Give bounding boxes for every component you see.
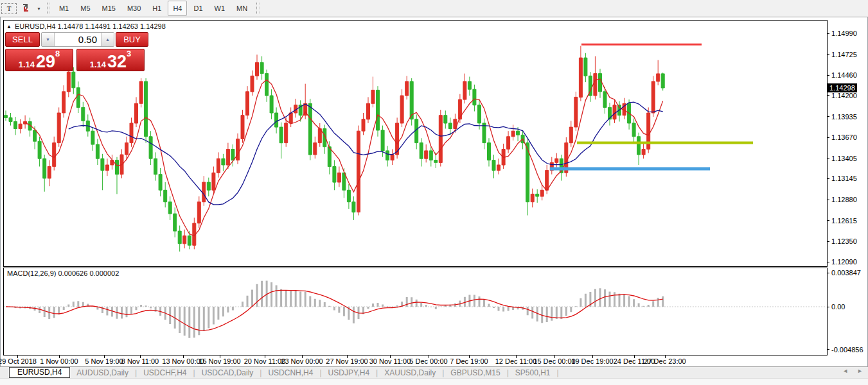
price-axis-label: 1.12350 bbox=[831, 237, 857, 245]
macd-axis-label: 0.00 bbox=[831, 303, 845, 311]
timeframe-button-mn[interactable]: MN bbox=[231, 1, 252, 16]
cursor-tool-button[interactable] bbox=[18, 3, 33, 14]
price-axis-tick bbox=[827, 54, 829, 55]
tab-eurusd-h4[interactable]: EURUSD,H4 bbox=[9, 367, 70, 378]
bid-price-prefix: 1.14 bbox=[19, 60, 35, 69]
timeframe-button-h4[interactable]: H4 bbox=[168, 1, 187, 16]
text-tool-button[interactable]: T bbox=[1, 3, 17, 14]
tab-usdcnh-h4[interactable]: USDCNH,H4 bbox=[261, 368, 319, 377]
bull-candle-wicks bbox=[21, 46, 659, 250]
ma-slow-line bbox=[69, 102, 663, 205]
price-axis-tick bbox=[827, 200, 829, 200]
price-axis-tick bbox=[827, 241, 829, 242]
timeframe-button-w1[interactable]: W1 bbox=[209, 1, 231, 16]
volume-input[interactable] bbox=[55, 33, 101, 46]
bull-candle-bodies bbox=[19, 58, 660, 245]
double-arrow-icon bbox=[21, 3, 31, 14]
tab-sp500-h1[interactable]: SP500,H1 bbox=[509, 368, 557, 377]
price-axis-label: 1.14990 bbox=[831, 30, 857, 37]
price-axis-label: 1.13670 bbox=[831, 133, 857, 141]
price-axis-tick bbox=[827, 33, 829, 34]
volume-increase-button[interactable]: ▲ bbox=[101, 33, 114, 46]
macd-indicator-pane[interactable] bbox=[3, 268, 828, 355]
macd-indicator-label: MACD(12,26,9) 0.000626 0.000002 bbox=[7, 270, 119, 277]
timeframe-button-m30[interactable]: M30 bbox=[122, 1, 146, 16]
price-axis-tick bbox=[827, 75, 829, 76]
price-axis-tick bbox=[827, 262, 829, 262]
timeframe-button-h1[interactable]: H1 bbox=[147, 1, 166, 16]
bid-price-sup: 8 bbox=[55, 51, 60, 57]
timeframe-button-d1[interactable]: D1 bbox=[188, 1, 208, 16]
price-axis-tick bbox=[827, 220, 829, 221]
tab-separator: | bbox=[557, 368, 559, 377]
tab-scroll-left-icon[interactable]: ◄ bbox=[842, 368, 848, 374]
collapse-triangle-icon[interactable]: ▲ bbox=[6, 24, 12, 30]
price-axis-tick bbox=[827, 137, 829, 138]
tab-usdchf-h4[interactable]: USDCHF,H4 bbox=[137, 368, 193, 377]
macd-histogram bbox=[6, 280, 663, 338]
app-toolbar: T ▼ M1M5M15M30H1H4D1W1MN bbox=[0, 0, 868, 17]
volume-stepper: ▼ ▲ bbox=[41, 32, 114, 47]
price-axis-tick bbox=[827, 116, 829, 117]
tab-scroll-right-icon[interactable]: ► bbox=[857, 368, 863, 374]
tab-scroll-buttons: ◄ ► bbox=[842, 368, 863, 374]
ask-price-big: 32 bbox=[107, 54, 127, 69]
tab-audusd-daily[interactable]: AUDUSD,Daily bbox=[70, 368, 135, 377]
bid-price-box[interactable]: 1.14 29 8 bbox=[5, 49, 73, 71]
bear-candle-wicks bbox=[6, 53, 663, 252]
buy-button[interactable]: BUY bbox=[116, 32, 148, 47]
price-axis-tick bbox=[827, 158, 829, 158]
price-axis-label: 1.13405 bbox=[831, 155, 857, 162]
macd-axis-tick bbox=[827, 307, 829, 307]
price-axis-label: 1.13935 bbox=[831, 113, 857, 121]
chart-title-text: EURUSD,H4 1.14478 1.14491 1.14263 1.1429… bbox=[15, 22, 166, 30]
price-axis-tick bbox=[827, 95, 829, 96]
timeframe-button-m5[interactable]: M5 bbox=[75, 1, 95, 16]
macd-canvas[interactable] bbox=[4, 268, 827, 355]
price-axis-tick bbox=[827, 178, 829, 179]
volume-decrease-button[interactable]: ▼ bbox=[42, 33, 55, 46]
sell-button[interactable]: SELL bbox=[5, 32, 40, 47]
macd-axis-tick bbox=[827, 273, 829, 273]
price-axis-label: 1.14200 bbox=[831, 92, 857, 99]
bid-price-big: 29 bbox=[36, 54, 55, 69]
tab-usdjpy-h4[interactable]: USDJPY,H4 bbox=[322, 368, 376, 377]
macd-axis-label: -0.004856 bbox=[831, 346, 864, 354]
date-label: 27 Dec 23:00 bbox=[636, 357, 694, 365]
price-axis-label: 1.12880 bbox=[831, 196, 857, 203]
price-axis-label: 1.14725 bbox=[831, 51, 857, 58]
price-axis-label: 1.13145 bbox=[831, 175, 857, 182]
timeframe-button-m1[interactable]: M1 bbox=[54, 1, 74, 16]
toolbar-separator bbox=[256, 3, 260, 14]
ask-price-sup: 3 bbox=[127, 51, 131, 57]
price-axis-label: 1.12615 bbox=[831, 217, 857, 225]
ask-price-prefix: 1.14 bbox=[90, 60, 106, 69]
ask-price-box[interactable]: 1.14 32 3 bbox=[76, 49, 145, 71]
macd-axis-label: 0.003847 bbox=[831, 269, 861, 277]
toolbar-separator bbox=[47, 3, 50, 14]
price-axis-label: 1.14460 bbox=[831, 71, 857, 79]
macd-axis-tick bbox=[827, 349, 829, 350]
chart-tab-bar: EURUSD,H4AUDUSD,Daily|USDCHF,H4|USDCAD,D… bbox=[0, 366, 868, 378]
chart-title: ▲ EURUSD,H4 1.14478 1.14491 1.14263 1.14… bbox=[6, 22, 166, 30]
status-strip bbox=[0, 378, 868, 385]
price-axis-label: 1.12090 bbox=[831, 258, 857, 266]
tab-gbpusd-m15[interactable]: GBPUSD,M15 bbox=[444, 368, 506, 377]
current-price-badge: 1.14298 bbox=[828, 83, 857, 92]
timeframe-button-m15[interactable]: M15 bbox=[97, 1, 121, 16]
cursor-tool-dropdown-caret-icon[interactable]: ▼ bbox=[35, 3, 43, 14]
tab-xauusd-daily[interactable]: XAUUSD,Daily bbox=[378, 368, 442, 377]
one-click-trading-panel: SELL ▼ ▲ BUY 1.14 29 8 1.14 32 3 bbox=[5, 32, 148, 71]
tab-usdcad-daily[interactable]: USDCAD,Daily bbox=[195, 368, 260, 377]
timeframe-group: M1M5M15M30H1H4D1W1MN bbox=[53, 1, 253, 16]
